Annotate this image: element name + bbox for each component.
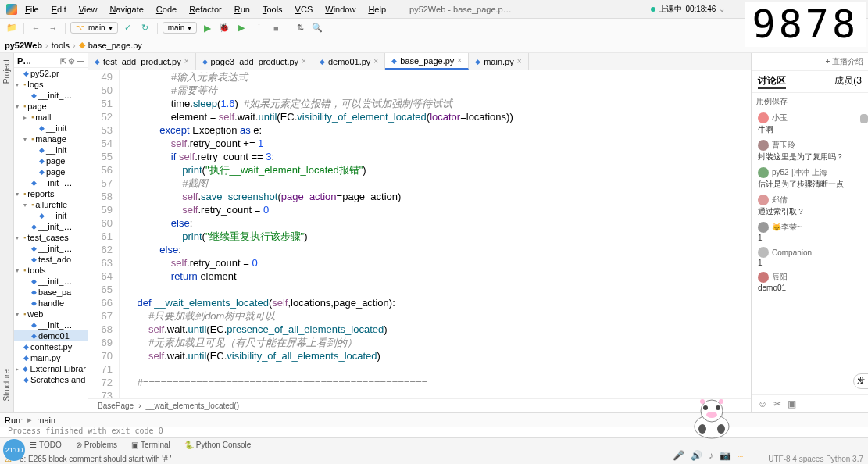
image-icon[interactable]: ▣ — [788, 398, 796, 409]
menu-view[interactable]: View — [74, 3, 102, 16]
tree-node[interactable]: ◆page — [14, 155, 88, 166]
svg-point-3 — [716, 405, 720, 410]
tree-node[interactable]: ◆demo01 — [14, 330, 88, 341]
tree-node[interactable]: ◆__init_… — [14, 177, 88, 188]
back-icon[interactable]: ← — [29, 21, 43, 35]
editor-tab[interactable]: ◆test_add_product.py× — [88, 53, 196, 70]
tab-problems[interactable]: ⊘Problems — [70, 441, 123, 449]
chat-tab-discuss[interactable]: 讨论区 — [758, 74, 786, 89]
tree-node[interactable]: ▾▪allurefile — [14, 199, 88, 210]
tree-node[interactable]: ▾▪test_cases — [14, 232, 88, 243]
tree-node[interactable]: ◆__init_… — [14, 90, 88, 101]
chevron-down-icon[interactable]: ⌄ — [719, 5, 725, 13]
run-config-combo[interactable]: main ▾ — [163, 22, 198, 34]
vcs-commit-icon[interactable]: ↻ — [138, 21, 152, 35]
tree-node[interactable]: ◆Scratches and — [14, 374, 88, 385]
menu-run[interactable]: Run — [230, 3, 255, 16]
menu-window[interactable]: Window — [320, 3, 360, 16]
forward-icon[interactable]: → — [46, 21, 60, 35]
crumb-folder[interactable]: tools — [52, 41, 70, 50]
emoji-icon[interactable]: ☺ — [758, 398, 767, 409]
code-editor[interactable]: 4950515253545556575859606162636465666768… — [88, 70, 751, 398]
project-tool-tab[interactable]: Project — [2, 56, 12, 87]
crumb-project[interactable]: py52Web — [5, 41, 42, 50]
chat-tab-members[interactable]: 成员(3 — [834, 74, 862, 89]
tree-settings-icon[interactable]: ⚙ — [68, 57, 75, 66]
recording-status[interactable]: 上课中 00:18:46 ⌄ — [651, 4, 725, 15]
run-label: Run: — [5, 416, 23, 425]
git-branch-combo[interactable]: ⌥main ▾ — [70, 22, 118, 34]
tree-node[interactable]: ◆page — [14, 166, 88, 177]
tree-node[interactable]: ▾▪tools — [14, 265, 88, 276]
tree-node[interactable]: ◆__init — [14, 123, 88, 134]
send-button[interactable]: 发 — [853, 373, 868, 389]
close-tab-icon[interactable]: × — [302, 57, 306, 66]
more-run-icon[interactable]: ⋮ — [252, 21, 266, 35]
tree-node[interactable]: ◆__init — [14, 210, 88, 221]
code-body[interactable]: #输入元素表达式 #需要等待 time.sleep(1.6) #如果元素定位报错… — [120, 70, 751, 398]
tab-terminal[interactable]: ▣Terminal — [125, 441, 177, 449]
menu-refactor[interactable]: Refactor — [184, 3, 227, 16]
tree-node[interactable]: ◆__init_… — [14, 221, 88, 232]
chat-message: 🐱李荣~1 — [752, 220, 868, 244]
menu-code[interactable]: Code — [152, 3, 181, 16]
tree-node[interactable]: ▾▪reports — [14, 188, 88, 199]
tree-collapse-icon[interactable]: ⇱ — [60, 57, 66, 66]
close-tab-icon[interactable]: × — [373, 57, 378, 66]
speaker-icon[interactable]: 🔊 — [691, 450, 702, 461]
menu-help[interactable]: Help — [363, 3, 391, 16]
stop-icon[interactable]: ■ — [269, 21, 283, 35]
tree-node[interactable]: ◆py52.pr — [14, 68, 88, 79]
status-message: 8: E265 block comment should start with … — [20, 455, 171, 463]
tree-node[interactable]: ◆__init_… — [14, 276, 88, 287]
menu-tools[interactable]: Tools — [258, 3, 288, 16]
menu-edit[interactable]: Edit — [47, 3, 71, 16]
tab-python-console[interactable]: 🐍Python Console — [178, 441, 258, 449]
menu-vcs[interactable]: VCS — [291, 3, 318, 16]
menu-file[interactable]: File — [20, 3, 44, 16]
run-file-icon[interactable]: ▶ — [234, 21, 248, 35]
mic-icon[interactable]: 🎤 — [673, 450, 684, 461]
tree-node[interactable]: ◆main.py — [14, 352, 88, 363]
close-tab-icon[interactable]: × — [184, 57, 189, 66]
bc-method[interactable]: __wait_elements_located() — [146, 402, 240, 410]
run-icon[interactable]: ▶ — [200, 21, 214, 35]
editor-tab[interactable]: ◆page3_add_product.py× — [196, 53, 313, 70]
tree-node[interactable]: ▾▪web — [14, 309, 88, 319]
close-tab-icon[interactable]: × — [457, 56, 462, 65]
music-icon[interactable]: ♪ — [709, 450, 713, 461]
crumb-file[interactable]: base_page.py — [88, 41, 142, 50]
tree-node[interactable]: ▾▪manage — [14, 134, 88, 145]
scissors-icon[interactable]: ✂ — [773, 398, 781, 409]
bc-class[interactable]: BasePage — [98, 402, 134, 410]
tree-node[interactable]: ▾▪page — [14, 101, 88, 112]
tree-node[interactable]: ◆__init — [14, 145, 88, 155]
editor-scrollbar[interactable] — [860, 114, 868, 123]
editor-tab[interactable]: ◆demo01.py× — [313, 53, 385, 70]
git-sync-icon[interactable]: ⇅ — [293, 21, 307, 35]
avatar — [758, 195, 769, 205]
tree-node[interactable]: ◆base_pa — [14, 287, 88, 298]
close-tab-icon[interactable]: × — [517, 57, 522, 66]
structure-tool-tab[interactable]: Structure — [2, 366, 12, 405]
editor-tab[interactable]: ◆base_page.py× — [385, 53, 469, 70]
tree-node[interactable]: ◆__init_… — [14, 243, 88, 254]
tree-node[interactable]: ▸▪mall — [14, 112, 88, 123]
tree-node[interactable]: ◆__init_… — [14, 319, 88, 330]
tab-todo[interactable]: ☰TODO — [23, 441, 68, 449]
debug-icon[interactable]: 🐞 — [217, 21, 231, 35]
tree-hide-icon[interactable]: — — [77, 57, 84, 66]
tree-node[interactable]: ▸◆External Librar — [14, 363, 88, 374]
menu-navigate[interactable]: Navigate — [105, 3, 148, 16]
tree-node[interactable]: ◆conftest.py — [14, 341, 88, 352]
tree-node[interactable]: ▾▪logs — [14, 79, 88, 90]
intro-button[interactable]: + 直播介绍 — [825, 57, 863, 66]
open-icon[interactable]: 📁 — [5, 21, 19, 35]
editor-tab[interactable]: ◆main.py× — [469, 53, 528, 70]
tree-node[interactable]: ◆test_ado — [14, 254, 88, 265]
vcs-update-icon[interactable]: ✓ — [121, 21, 135, 35]
tree-node[interactable]: ◆handle — [14, 298, 88, 309]
chat-icon-row: ☺ ✂ ▣ — [752, 394, 868, 412]
camera-icon[interactable]: 📷 — [720, 450, 731, 461]
search-icon[interactable]: 🔍 — [310, 21, 324, 35]
